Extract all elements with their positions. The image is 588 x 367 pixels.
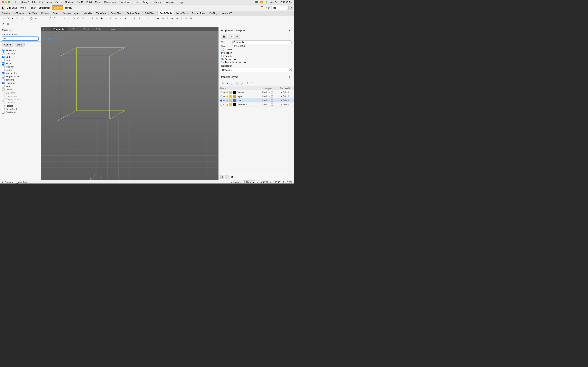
planar-button[interactable]: Planar: [27, 5, 37, 10]
osnap-intersection[interactable]: Intersection: [0, 72, 41, 75]
twopoint-radio[interactable]: [221, 61, 224, 63]
tab-rendertools[interactable]: Render Tools: [190, 11, 208, 15]
osnap-quadrant[interactable]: Quadrant: [0, 81, 41, 85]
knot-checkbox[interactable]: [2, 85, 4, 87]
vptab-perspective[interactable]: Perspective: [51, 27, 68, 31]
osnap-project[interactable]: Project: [0, 104, 41, 108]
maximize-button[interactable]: [8, 1, 10, 3]
tab-select[interactable]: Select: [51, 11, 62, 15]
persistent-radio[interactable]: [2, 49, 4, 52]
intersection-checkbox[interactable]: [2, 72, 4, 75]
icon-arc[interactable]: ⌓: [57, 16, 62, 21]
layers-gear-button[interactable]: ⚙: [230, 175, 234, 179]
center-checkbox[interactable]: [2, 69, 4, 71]
layer-swatch-stick[interactable]: [233, 99, 236, 102]
menu-window[interactable]: Window: [166, 1, 174, 4]
osnap-midpoint[interactable]: Midpoint: [0, 65, 41, 68]
camera-view-button[interactable]: 📷: [221, 34, 227, 39]
pipe-radius-input[interactable]: [2, 36, 39, 41]
parallel-row[interactable]: Parallel: [221, 55, 292, 57]
menu-help[interactable]: Help: [178, 1, 183, 4]
icon-move[interactable]: ✛: [142, 16, 146, 21]
layers-icon-box[interactable]: ⬜: [235, 81, 240, 85]
end-checkbox[interactable]: [2, 56, 4, 58]
icon-scale[interactable]: ⤢: [151, 16, 156, 21]
tab-subdtools[interactable]: SubD Tools: [158, 11, 174, 15]
tab-transform[interactable]: Transform: [94, 11, 109, 15]
icon-point[interactable]: ·: [43, 16, 48, 21]
near-checkbox[interactable]: [2, 59, 4, 61]
tab-solidtools[interactable]: Solid Tools: [143, 11, 158, 15]
layer-swatch-decoration[interactable]: [233, 103, 236, 106]
layer-swatch-layer02[interactable]: [233, 95, 236, 98]
menu-curve[interactable]: Curve: [55, 1, 62, 4]
icon-group[interactable]: ⊡: [165, 16, 170, 21]
icon-array[interactable]: ⊞: [160, 16, 165, 21]
icon-circle[interactable]: ○: [62, 16, 66, 21]
icon-line[interactable]: ╱: [48, 16, 52, 21]
icon2-obj[interactable]: ⊞: [6, 22, 10, 26]
layers-icon-help[interactable]: ?: [250, 81, 254, 85]
menu-render[interactable]: Render: [154, 1, 162, 4]
tangent-checkbox[interactable]: [2, 78, 4, 81]
viewport-grid-button[interactable]: ⊞: [43, 28, 44, 30]
remove-layer-button[interactable]: −: [225, 175, 229, 179]
perspective-row[interactable]: Perspective: [221, 58, 292, 60]
apple-menu[interactable]: : [15, 1, 16, 4]
twopoint-row[interactable]: Two point perspective: [221, 61, 292, 63]
quadrant-checkbox[interactable]: [2, 82, 4, 84]
smarttrack-button[interactable]: SmartTrack: [37, 5, 52, 10]
menu-solid[interactable]: Solid: [86, 1, 92, 4]
menu-view[interactable]: View: [47, 1, 52, 4]
osnap-knot[interactable]: Knot: [0, 85, 41, 88]
icon-cursor[interactable]: ↖: [1, 16, 5, 21]
icon-rotate[interactable]: ↺: [146, 16, 151, 21]
osnap-disableall[interactable]: Disable all: [0, 111, 41, 114]
menu-tools[interactable]: Tools: [134, 1, 139, 4]
osnap-tangent[interactable]: Tangent: [0, 78, 41, 81]
tab-cplanes[interactable]: CPlanes: [13, 11, 26, 15]
layers-icon-stack[interactable]: ⊞: [220, 81, 225, 85]
oneshot-radio[interactable]: [2, 52, 4, 55]
icon-loft[interactable]: ⬡: [109, 16, 113, 21]
locked-row[interactable]: Locked: [221, 48, 292, 51]
layer-row-stick[interactable]: 👁 🔓 stick Conti... ⌄ ◆ Default: [219, 99, 294, 103]
icon-box[interactable]: ⬜: [15, 16, 19, 21]
smarttrack-checkbox[interactable]: [2, 108, 4, 110]
layer-color-default[interactable]: [229, 91, 232, 94]
done-button[interactable]: Done: [15, 43, 25, 47]
icon-select-all[interactable]: ⊡: [6, 16, 10, 21]
layers-icon-monitor[interactable]: 🖥: [245, 81, 249, 85]
menu-dimension[interactable]: Dimension: [104, 1, 116, 4]
minimize-button[interactable]: [5, 1, 7, 3]
layers-icon-doc[interactable]: 📄: [230, 81, 234, 85]
vptab-front[interactable]: Front: [81, 27, 92, 31]
icon-surface2[interactable]: ⊞: [90, 16, 95, 21]
menu-surface[interactable]: Surface: [65, 1, 73, 4]
icon-torus[interactable]: ◯: [29, 16, 34, 21]
gumball-button[interactable]: Gumball: [52, 5, 63, 10]
viewport-canvas[interactable]: Perspective: [41, 31, 218, 180]
circle-view-button[interactable]: ○: [234, 34, 240, 39]
osnap-smarttrack[interactable]: SmartTrack: [0, 108, 41, 111]
tab-setview[interactable]: Set View: [26, 11, 39, 15]
osnap-end[interactable]: End: [0, 55, 41, 58]
layers-icon-add[interactable]: ⊕: [225, 81, 230, 85]
vertex-checkbox[interactable]: [2, 88, 4, 91]
layer-row-decoration[interactable]: 👁 🔓 decoration Conti... ⌄ ◆ Default: [219, 103, 294, 107]
menu-analyze[interactable]: Analyze: [143, 1, 151, 4]
cplane-select[interactable]: CPlane: [243, 180, 255, 184]
vptab-top[interactable]: Top: [70, 27, 79, 31]
midpoint-checkbox[interactable]: [2, 66, 4, 68]
ortho-button[interactable]: Ortho: [19, 5, 27, 10]
icon-ellipse[interactable]: ⬯: [67, 16, 71, 21]
layers-settings-button[interactable]: ⚙: [287, 75, 292, 79]
perspective-radio[interactable]: [221, 58, 224, 60]
add-layer-button[interactable]: +: [220, 175, 224, 179]
osnap-vertex[interactable]: Vertex: [0, 88, 41, 91]
disableall-checkbox[interactable]: [2, 111, 4, 114]
osnap-perpendicular[interactable]: Perpendicular: [0, 75, 41, 78]
tab-visibility[interactable]: Visibility: [82, 11, 94, 15]
tab-newinv7[interactable]: New in V7: [219, 11, 234, 15]
icon-hatch[interactable]: ░: [179, 16, 184, 21]
